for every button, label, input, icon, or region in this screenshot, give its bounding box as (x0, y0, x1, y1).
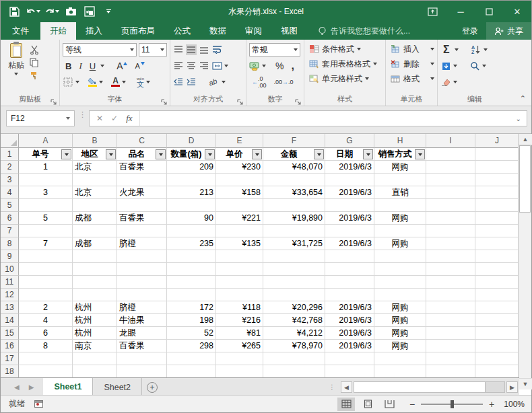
cell-J9[interactable] (475, 250, 519, 263)
undo-icon[interactable] (25, 4, 41, 19)
row-header-9[interactable]: 9 (1, 250, 19, 263)
cell-J16[interactable] (475, 340, 519, 352)
clear-dropdown-icon[interactable] (453, 81, 457, 83)
formula-input[interactable] (140, 111, 510, 126)
cell-B2[interactable]: 北京 (73, 161, 117, 174)
tell-me-box[interactable]: 告诉我您想要做什么... (307, 22, 410, 40)
row-header-12[interactable]: 12 (1, 289, 19, 301)
cell-D1[interactable]: 数量(箱) (167, 148, 216, 161)
fill-color-icon[interactable] (88, 77, 97, 87)
cell-G15[interactable]: 2019/6/3 (325, 327, 374, 340)
cell-C18[interactable] (117, 365, 167, 377)
row-header-7[interactable]: 7 (1, 225, 19, 237)
cell-C2[interactable]: 百香果 (117, 161, 167, 174)
cell-D12[interactable] (167, 289, 216, 301)
phonetic-dropdown-icon[interactable] (146, 81, 150, 83)
filter-dropdown-icon[interactable] (252, 149, 262, 159)
cell-D3[interactable] (167, 174, 216, 186)
grow-font-button[interactable]: A (114, 59, 130, 73)
ribbon-tab-数据[interactable]: 数据 (200, 22, 236, 40)
insert-cells-button[interactable]: 插入 (389, 42, 436, 57)
cell-F15[interactable]: ¥4,212 (263, 327, 325, 340)
cell-G4[interactable]: 2019/6/3 (325, 186, 374, 199)
cell-F6[interactable]: ¥19,890 (263, 212, 325, 225)
find-select-icon[interactable] (469, 61, 480, 71)
cell-D13[interactable]: 172 (167, 301, 216, 314)
row-header-15[interactable]: 15 (1, 327, 19, 340)
cell-E14[interactable]: ¥216 (216, 314, 263, 327)
cell-I17[interactable] (426, 352, 475, 365)
normal-view-icon[interactable] (337, 398, 355, 411)
cell-J1[interactable] (475, 148, 519, 161)
column-header-E[interactable]: E (216, 134, 263, 148)
cell-I5[interactable] (426, 199, 475, 212)
bold-button[interactable]: B (63, 59, 74, 73)
font-name-combo[interactable]: 等线 (63, 43, 137, 57)
cell-C1[interactable]: 品名 (117, 148, 167, 161)
vertical-scroll-thumb[interactable] (519, 145, 531, 213)
sort-filter-icon[interactable]: AZ (471, 44, 481, 55)
collapse-ribbon-icon[interactable]: ⌃ (520, 94, 526, 103)
cell-A5[interactable] (19, 199, 73, 212)
scroll-down-icon[interactable]: ▼ (519, 378, 532, 389)
cell-J8[interactable] (475, 237, 519, 250)
ribbon-tab-公式[interactable]: 公式 (164, 22, 200, 40)
cell-G11[interactable] (325, 276, 374, 289)
cell-J5[interactable] (475, 199, 519, 212)
font-color-dropdown-icon[interactable] (122, 81, 126, 83)
row-header-11[interactable]: 11 (1, 276, 19, 289)
cell-G5[interactable] (325, 199, 374, 212)
page-break-preview-icon[interactable] (380, 398, 398, 411)
cell-D5[interactable] (167, 199, 216, 212)
cell-I9[interactable] (426, 250, 475, 263)
row-header-16[interactable]: 16 (1, 340, 19, 352)
align-left-icon[interactable] (173, 61, 184, 71)
cell-E4[interactable]: ¥158 (216, 186, 263, 199)
cell-D6[interactable]: 90 (167, 212, 216, 225)
cell-F10[interactable] (263, 263, 325, 276)
scroll-left-icon[interactable]: ◀ (341, 381, 352, 393)
undo-dropdown-icon[interactable] (36, 10, 40, 13)
cell-E18[interactable] (216, 365, 263, 377)
cell-J2[interactable] (475, 161, 519, 174)
cell-I4[interactable] (426, 186, 475, 199)
customize-qat-icon[interactable] (100, 4, 117, 19)
cell-J11[interactable] (475, 276, 519, 289)
fill-color-dropdown-icon[interactable] (99, 81, 103, 83)
row-header-1[interactable]: 1 (1, 148, 19, 161)
filter-dropdown-icon[interactable] (314, 149, 324, 159)
redo-dropdown-icon[interactable] (55, 10, 59, 13)
cell-E9[interactable] (216, 250, 263, 263)
cell-E17[interactable] (216, 352, 263, 365)
cell-G9[interactable] (325, 250, 374, 263)
copy-icon[interactable] (29, 57, 40, 68)
cell-A16[interactable]: 8 (19, 340, 73, 352)
cell-F12[interactable] (263, 289, 325, 301)
cell-B6[interactable]: 成都 (73, 212, 117, 225)
cell-B14[interactable]: 杭州 (73, 314, 117, 327)
cell-D18[interactable] (167, 365, 216, 377)
cell-H4[interactable]: 直销 (374, 186, 426, 199)
macro-record-icon[interactable] (34, 400, 43, 408)
cell-D11[interactable] (167, 276, 216, 289)
cell-I3[interactable] (426, 174, 475, 186)
tabbar-splitter[interactable]: ⋮ (329, 386, 335, 389)
cell-B10[interactable] (73, 263, 117, 276)
number-dialog-launcher-icon[interactable] (295, 98, 302, 104)
cell-F13[interactable]: ¥20,296 (263, 301, 325, 314)
underline-button[interactable]: U (87, 59, 98, 73)
zoom-slider-thumb[interactable] (451, 400, 454, 408)
column-header-A[interactable]: A (19, 134, 73, 148)
horizontal-scroll-thumb[interactable] (354, 382, 486, 392)
cell-D7[interactable] (167, 225, 216, 237)
cell-I12[interactable] (426, 289, 475, 301)
align-bottom-icon[interactable] (199, 44, 209, 55)
cut-icon[interactable] (29, 44, 40, 55)
column-header-J[interactable]: J (475, 134, 519, 148)
sheet-tab-sheet1[interactable]: Sheet1 (43, 378, 93, 396)
cell-B13[interactable]: 杭州 (73, 301, 117, 314)
cell-H11[interactable] (374, 276, 426, 289)
accounting-dropdown-icon[interactable] (262, 65, 266, 67)
cell-A4[interactable]: 3 (19, 186, 73, 199)
cell-I7[interactable] (426, 225, 475, 237)
